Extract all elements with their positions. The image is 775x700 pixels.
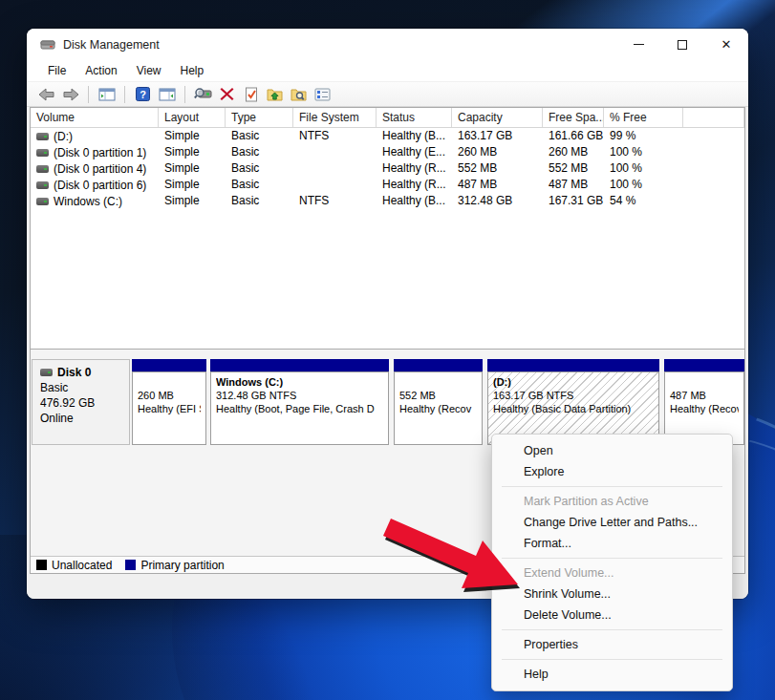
cell-fs: NTFS	[293, 128, 377, 144]
cell-fs	[293, 144, 377, 160]
column-header-blank	[683, 108, 744, 127]
menu-item-format[interactable]: Format...	[492, 533, 732, 554]
partition-color-bar	[394, 359, 483, 371]
volume-icon	[36, 165, 49, 173]
legend-label: Primary partition	[140, 559, 224, 572]
cell-blank	[683, 128, 744, 144]
table-row[interactable]: (Disk 0 partition 6) Simple Basic Health…	[31, 177, 744, 193]
partition-status: Healthy (EFI S	[138, 402, 201, 415]
menu-item-change-drive-letter[interactable]: Change Drive Letter and Paths...	[492, 512, 732, 533]
toolbar-separator	[184, 86, 185, 103]
volume-name: (D:)	[54, 130, 73, 143]
partition-color-bar	[132, 359, 206, 371]
legend-primary-partition: Primary partition	[125, 559, 224, 572]
cell-status: Healthy (B...	[377, 128, 452, 144]
menu-item-shrink-volume[interactable]: Shrink Volume...	[492, 583, 732, 605]
column-header-volume[interactable]: Volume	[31, 108, 159, 127]
cell-type: Basic	[226, 128, 293, 144]
forward-icon[interactable]	[60, 85, 80, 104]
volume-name: (Disk 0 partition 6)	[54, 179, 146, 192]
minimize-button[interactable]	[616, 29, 660, 60]
column-header-pctfree[interactable]: % Free	[604, 108, 683, 127]
table-row[interactable]: Windows (C:) Simple Basic NTFS Healthy (…	[31, 193, 744, 209]
partition-recovery-2[interactable]: 487 MB Healthy (Recov	[664, 359, 744, 445]
menu-action[interactable]: Action	[75, 61, 126, 80]
delete-icon[interactable]	[217, 85, 237, 104]
column-header-status[interactable]: Status	[377, 108, 452, 127]
cell-blank	[683, 177, 744, 193]
show-console-tree-icon[interactable]	[97, 85, 117, 104]
table-row[interactable]: (Disk 0 partition 4) Simple Basic Health…	[31, 160, 744, 177]
cell-type: Basic	[226, 177, 293, 193]
partition-color-bar	[664, 359, 744, 371]
menu-item-help[interactable]: Help	[492, 664, 732, 685]
cell-status: Healthy (R...	[377, 160, 452, 177]
column-header-freespace[interactable]: Free Spa...	[543, 108, 604, 127]
check-document-icon[interactable]	[241, 85, 261, 104]
menu-view[interactable]: View	[127, 61, 171, 80]
close-icon: ✕	[721, 38, 732, 51]
cell-fs	[293, 160, 377, 177]
back-icon[interactable]	[36, 85, 56, 104]
cell-fs	[293, 177, 377, 193]
partition-name: Windows (C:)	[216, 375, 383, 389]
cell-type: Basic	[226, 193, 293, 209]
folder-find-icon[interactable]	[289, 85, 309, 104]
partition-windows-c[interactable]: Windows (C:) 312.48 GB NTFS Healthy (Boo…	[210, 359, 389, 445]
cell-capacity: 487 MB	[452, 177, 543, 193]
views-icon[interactable]	[193, 85, 213, 104]
disk-icon	[40, 369, 53, 376]
close-button[interactable]: ✕	[704, 29, 748, 60]
checklist-icon[interactable]	[312, 85, 333, 104]
toolbar-separator	[88, 86, 89, 103]
partition-efi[interactable]: 260 MB Healthy (EFI S	[132, 359, 206, 445]
menu-separator	[502, 659, 722, 660]
legend-label: Unallocated	[52, 559, 112, 572]
cell-blank	[683, 160, 744, 177]
help-icon[interactable]: ?	[133, 85, 153, 104]
column-header-capacity[interactable]: Capacity	[452, 108, 543, 127]
svg-text:?: ?	[140, 89, 146, 100]
menu-item-open[interactable]: Open	[492, 440, 732, 461]
disk-management-app-icon	[40, 38, 55, 52]
column-header-layout[interactable]: Layout	[159, 108, 226, 127]
menu-item-mark-partition-active: Mark Partition as Active	[492, 491, 732, 512]
cell-layout: Simple	[159, 128, 226, 144]
volume-icon	[36, 149, 49, 157]
table-row[interactable]: (D:) Simple Basic NTFS Healthy (B... 163…	[31, 128, 744, 144]
cell-type: Basic	[226, 144, 293, 160]
menu-separator	[502, 486, 722, 487]
table-row[interactable]: (Disk 0 partition 1) Simple Basic Health…	[31, 144, 744, 160]
disk-kind: Basic	[40, 381, 121, 394]
cell-free: 552 MB	[543, 160, 604, 177]
partition-size: 552 MB	[399, 389, 477, 402]
menu-item-properties[interactable]: Properties	[492, 634, 732, 655]
column-header-filesystem[interactable]: File System	[293, 108, 377, 127]
cell-type: Basic	[226, 160, 293, 177]
maximize-button[interactable]	[660, 29, 704, 60]
column-header-type[interactable]: Type	[226, 108, 293, 127]
partition-d-selected[interactable]: (D:) 163.17 GB NTFS Healthy (Basic Data …	[487, 359, 659, 445]
titlebar[interactable]: Disk Management ✕	[27, 29, 748, 60]
cell-capacity: 552 MB	[452, 160, 543, 177]
partition-recovery-1[interactable]: 552 MB Healthy (Recov	[394, 359, 483, 445]
partition-status: Healthy (Recov	[399, 402, 477, 415]
cell-pct: 100 %	[604, 144, 683, 160]
folder-up-icon[interactable]	[265, 85, 285, 104]
cell-layout: Simple	[159, 144, 226, 160]
menu-item-delete-volume[interactable]: Delete Volume...	[492, 605, 732, 626]
cell-fs: NTFS	[293, 193, 377, 209]
menu-item-explore[interactable]: Explore	[492, 461, 732, 482]
partition-size: 163.17 GB NTFS	[493, 389, 654, 402]
unallocated-swatch-icon	[36, 560, 47, 570]
cell-pct: 100 %	[604, 177, 683, 193]
cell-free: 167.31 GB	[543, 193, 604, 209]
disk0-info-panel[interactable]: Disk 0 Basic 476.92 GB Online	[32, 359, 130, 445]
partition-status: Healthy (Boot, Page File, Crash D	[216, 402, 383, 415]
window-title: Disk Management	[63, 38, 160, 52]
cell-layout: Simple	[159, 177, 226, 193]
menu-help[interactable]: Help	[171, 61, 214, 80]
disk-name: Disk 0	[57, 366, 91, 379]
show-action-pane-icon[interactable]	[157, 85, 177, 104]
menu-file[interactable]: File	[38, 61, 75, 80]
